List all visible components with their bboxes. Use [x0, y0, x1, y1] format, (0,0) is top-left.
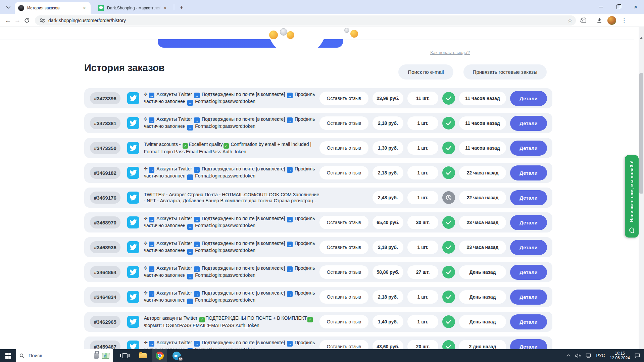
leave-review-button[interactable]: Оставить отзыв: [319, 116, 368, 130]
leave-review-button[interactable]: Оставить отзыв: [319, 141, 368, 155]
details-button[interactable]: Детали: [510, 215, 547, 230]
restore-button[interactable]: [614, 3, 622, 11]
luggage-icon[interactable]: [94, 353, 99, 359]
arrow-emoji: →: [194, 266, 200, 272]
scrollbar[interactable]: [639, 27, 644, 349]
details-button[interactable]: Детали: [510, 91, 547, 106]
order-row: #3469182 ✈→ Аккаунты Twitter → Подтвержд…: [84, 163, 552, 183]
airplane-emoji: ✈: [144, 92, 148, 97]
tab-darkshopping[interactable]: Dark.Shopping - маркетплейс а ×: [95, 2, 171, 14]
details-button[interactable]: Детали: [510, 265, 547, 280]
address-bar[interactable]: dark.shopping/customer/order/history ☆: [35, 15, 576, 25]
back-icon[interactable]: ←: [3, 16, 13, 25]
folder-icon: [139, 353, 147, 358]
browser-toolbar: ← → dark.shopping/customer/order/history…: [0, 14, 644, 27]
check-emoji: ✓: [199, 317, 205, 322]
order-row-values: Оставить отзыв 2,18 руб. 1 шт. 23 часа н…: [319, 240, 547, 255]
details-button[interactable]: Детали: [510, 240, 547, 255]
leave-review-button[interactable]: Оставить отзыв: [319, 92, 368, 105]
start-button[interactable]: [0, 349, 16, 362]
order-price: 1,40 руб.: [373, 315, 403, 328]
airplane-emoji: ✈: [144, 265, 148, 271]
how-to-get-here-link[interactable]: Как попасть сюда?: [430, 50, 470, 55]
tab-order-history[interactable]: История заказов ×: [15, 2, 91, 14]
bookmark-star-icon[interactable]: ☆: [567, 17, 573, 24]
network-icon[interactable]: [586, 353, 591, 358]
details-button[interactable]: Детали: [510, 339, 547, 350]
chat-widget-button[interactable]: Напишите нам, мы онлайн!: [625, 155, 639, 238]
order-description: ✈→ Аккаунты Twitter → Подтверждены по по…: [144, 240, 319, 255]
taskbar-search-input[interactable]: Поиск: [16, 349, 113, 362]
order-status-icon: [442, 92, 455, 105]
details-button[interactable]: Детали: [510, 314, 547, 329]
leave-review-button[interactable]: Оставить отзыв: [319, 216, 368, 229]
screen: История заказов × Dark.Shopping - маркет…: [0, 0, 644, 362]
order-time: 23 часа назад: [459, 241, 506, 254]
windows-logo-icon: [5, 353, 11, 359]
task-view-button[interactable]: [117, 349, 132, 362]
airplane-emoji: ✈: [144, 166, 148, 171]
details-button[interactable]: Детали: [510, 116, 547, 131]
order-price: 2,18 руб.: [373, 290, 403, 304]
close-button[interactable]: ×: [632, 3, 639, 11]
language-indicator[interactable]: РУС: [596, 353, 605, 358]
order-id-badge: #3464864: [90, 266, 120, 278]
site-settings-icon[interactable]: [40, 18, 45, 23]
profile-avatar[interactable]: [607, 16, 616, 25]
leave-review-button[interactable]: Оставить отзыв: [319, 265, 368, 279]
coin-icon: [280, 28, 287, 36]
extensions-icon[interactable]: [581, 18, 586, 23]
twitter-icon: [127, 291, 139, 303]
order-row-values: Оставить отзыв 43,60 руб. 20 шт. 2 дня н…: [319, 339, 547, 350]
order-row: #3468970 ✈→ Аккаунты Twitter → Подтвержд…: [84, 212, 552, 232]
clock[interactable]: 10:15 12.06.2024: [610, 351, 630, 360]
scrollbar-thumb[interactable]: [639, 73, 643, 194]
leave-review-button[interactable]: Оставить отзыв: [319, 241, 368, 254]
volume-icon[interactable]: [575, 353, 581, 358]
chrome-button[interactable]: [152, 349, 167, 362]
order-time: День назад: [459, 290, 506, 304]
link-guest-orders-button[interactable]: Привязать гостевые заказы: [463, 64, 547, 80]
promo-banner[interactable]: [158, 27, 343, 48]
tab-favicon-chat-icon: [98, 5, 104, 11]
details-button[interactable]: Детали: [510, 290, 547, 305]
menu-dots-icon[interactable]: ⋮: [621, 17, 627, 24]
search-by-email-button[interactable]: Поиск по e-mail: [398, 64, 453, 80]
tab-search-chevron-icon[interactable]: [5, 4, 12, 11]
details-button[interactable]: Детали: [510, 165, 547, 180]
leave-review-button[interactable]: Оставить отзыв: [319, 290, 368, 304]
tray-chevron-icon[interactable]: [566, 354, 571, 357]
leave-review-button[interactable]: Оставить отзыв: [319, 166, 368, 179]
scrollbar-up-icon[interactable]: [640, 37, 643, 39]
minimize-button[interactable]: [597, 3, 604, 11]
file-explorer-button[interactable]: [136, 349, 150, 362]
tab-separator: [174, 4, 174, 10]
details-button[interactable]: Детали: [510, 190, 547, 205]
leave-review-button[interactable]: Оставить отзыв: [319, 340, 368, 349]
twitter-icon: [127, 92, 139, 104]
map-icon[interactable]: [102, 353, 109, 359]
details-button[interactable]: Детали: [510, 141, 547, 156]
order-quantity: 20 шт.: [407, 340, 438, 349]
reload-icon[interactable]: [22, 16, 32, 25]
twitter-icon: [127, 341, 139, 349]
tab-close-icon[interactable]: ×: [82, 5, 87, 11]
arrow-emoji: →: [194, 217, 200, 222]
order-description: ✈→ Аккаунты Twitter → Подтверждены по по…: [144, 215, 319, 230]
order-row: #3459487 ✈→ Аккаунты Twitter → Подтвержд…: [84, 337, 552, 349]
order-row: #3469176 TWITTER - Авторег Страна Почта …: [84, 188, 552, 208]
tab-close-icon[interactable]: ×: [163, 5, 168, 11]
forward-icon[interactable]: →: [13, 16, 22, 25]
order-quantity: 1 шт.: [407, 141, 438, 155]
new-tab-button[interactable]: +: [177, 3, 186, 12]
order-time: 22 часа назад: [459, 166, 506, 179]
arrow-emoji: →: [149, 93, 154, 98]
order-quantity: 1 шт.: [407, 315, 438, 328]
messenger-button[interactable]: 85: [169, 349, 184, 362]
order-row-values: Оставить отзыв 23,98 руб. 11 шт. 11 часо…: [319, 91, 547, 106]
downloads-icon[interactable]: [596, 17, 602, 23]
action-center-icon[interactable]: [635, 353, 640, 358]
order-list: #3473396 ✈→ Аккаунты Twitter → Подтвержд…: [84, 88, 552, 349]
leave-review-button[interactable]: Оставить отзыв: [319, 315, 368, 328]
arrow-emoji: →: [149, 217, 154, 222]
